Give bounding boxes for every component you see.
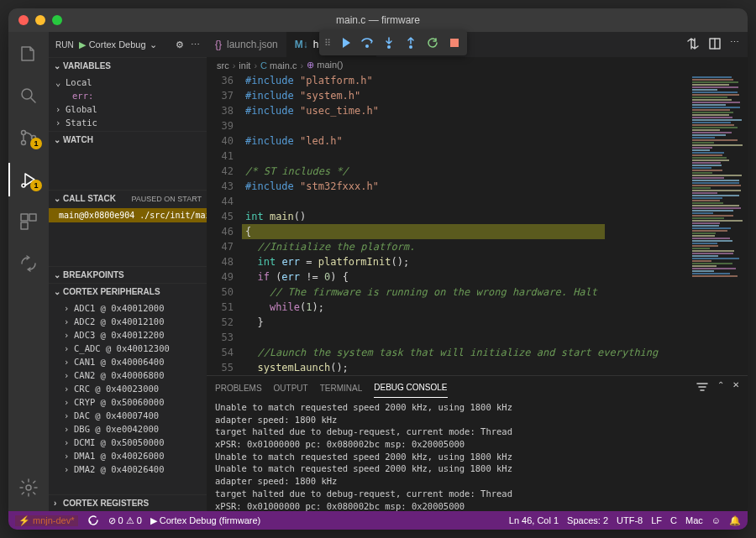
status-sync[interactable] [87,514,100,527]
peripheral-item[interactable]: ›DAC @ 0x40007400 [49,409,207,422]
code-line[interactable]: int main() [242,209,689,224]
debug-toolbar[interactable]: ⠿ [319,32,467,55]
stop-button[interactable] [444,33,465,53]
window-minimize-button[interactable] [35,15,45,25]
peripheral-item[interactable]: ›DMA1 @ 0x40026000 [49,449,207,462]
code-line[interactable] [242,194,689,209]
peripheral-item[interactable]: ›CRC @ 0x40023000 [49,382,207,395]
breadcrumb-segment[interactable]: C main.c [260,60,297,71]
panel-tab[interactable]: Problems [215,379,262,398]
panel-collapse-icon[interactable]: ⌃ [717,380,724,395]
variable-scope[interactable]: ›Global [49,102,207,116]
grip-icon[interactable]: ⠿ [322,33,333,53]
code-line[interactable]: } [242,315,689,330]
more-icon[interactable]: ⋯ [191,39,200,50]
status-bell-icon[interactable]: 🔔 [729,515,741,526]
activity-remote[interactable] [8,247,49,280]
code-line[interactable]: #include "platform.h" [242,73,689,88]
more-icon[interactable]: ⋯ [730,37,739,52]
peripheral-item[interactable]: ›ADC3 @ 0x40012200 [49,328,207,342]
code-line[interactable]: if (err != 0) { [242,269,689,285]
section-watch[interactable]: ⌄Watch [49,132,207,148]
window-maximize-button[interactable] [52,15,62,25]
window-close-button[interactable] [18,15,29,25]
breadcrumb[interactable]: src›init›C main.c›⊕ main() [207,57,748,73]
status-spaces[interactable]: Spaces: 2 [567,515,608,525]
compare-icon[interactable] [686,37,700,52]
peripheral-item[interactable]: ›DCMI @ 0x50050000 [49,436,207,449]
breadcrumb-segment[interactable]: ⊕ main() [307,60,343,71]
peripheral-item[interactable]: ›ADC1 @ 0x40012000 [49,301,207,315]
section-breakpoints[interactable]: ⌄Breakpoints [49,267,207,283]
code-line[interactable]: #include "led.h" [242,133,689,149]
step-out-button[interactable] [401,33,421,53]
variable-scope[interactable]: ›Static [49,116,207,129]
code-line[interactable]: systemLaunch(); [242,360,689,375]
code-line[interactable]: while(1); [242,300,689,315]
step-over-button[interactable] [357,33,377,53]
breadcrumb-segment[interactable]: src [217,60,229,71]
code-line[interactable]: //Initialize the platform. [242,239,689,254]
restart-button[interactable] [423,33,443,53]
panel: ProblemsOutputTerminalDebug Console ⌃ ✕ … [207,375,748,511]
activity-search[interactable] [8,79,49,112]
panel-tab[interactable]: Output [274,379,308,398]
code-line[interactable]: /* ST includes */ [242,164,689,179]
status-os[interactable]: Mac [685,515,703,525]
peripheral-item[interactable]: ›DMA2 @ 0x40026400 [49,462,207,476]
title-bar[interactable]: main.c — firmware [8,8,748,32]
minimap[interactable] [689,73,748,375]
activity-extensions[interactable] [8,205,49,238]
peripheral-item[interactable]: ›DBG @ 0xe0042000 [49,422,207,436]
peripheral-item[interactable]: ›C_ADC @ 0x40012300 [49,342,207,355]
code-line[interactable]: #include "usec_time.h" [242,103,689,118]
activity-scm[interactable]: 1 [8,121,49,154]
panel-tab[interactable]: Terminal [320,379,363,398]
console-line: Unable to match requested speed 2000 kHz… [215,462,739,475]
activity-settings[interactable] [8,471,49,504]
panel-tab[interactable]: Debug Console [374,378,447,398]
status-debug-target[interactable]: ▶ Cortex Debug (firmware) [150,515,260,526]
status-remote[interactable]: ⚡ mnjn-dev* [15,515,78,526]
gear-icon[interactable]: ⚙ [176,39,184,50]
variable-item[interactable]: err: [49,89,207,102]
code-editor[interactable]: 3637383940414243444546474849505152535455… [207,73,748,375]
code-line[interactable] [242,118,689,133]
section-cortex-peripherals[interactable]: ⌄Cortex Peripherals [49,284,207,300]
svg-point-11 [409,45,412,49]
callstack-frame[interactable]: main@0x0800e904./src/init/main.c [49,208,207,222]
continue-button[interactable] [335,33,355,53]
peripheral-item[interactable]: ›CAN1 @ 0x40006400 [49,355,207,368]
section-variables[interactable]: ⌄Variables [49,58,207,74]
section-callstack[interactable]: ⌄Call Stack Paused on start [49,191,207,206]
status-feedback-icon[interactable]: ☺ [711,515,721,525]
activity-debug[interactable]: 1 [8,163,49,196]
variable-scope[interactable]: ⌄Local [49,76,207,89]
status-encoding[interactable]: UTF-8 [617,515,643,525]
panel-close-icon[interactable]: ✕ [732,380,739,395]
code-line[interactable] [242,149,689,164]
peripheral-item[interactable]: ›CRYP @ 0x50060000 [49,395,207,409]
section-cortex-registers[interactable]: ›Cortex Registers [49,495,207,511]
code-line[interactable]: int err = platformInit(); [242,254,689,269]
code-line[interactable]: #include "system.h" [242,88,689,103]
status-errors[interactable]: ⊘ 0 ⚠ 0 [108,515,142,526]
split-editor-icon[interactable] [708,37,722,52]
callstack-status: Paused on start [131,195,202,203]
breadcrumb-segment[interactable]: init [239,60,250,71]
editor-tab[interactable]: {}launch.json [207,32,286,57]
activity-bar: 1 1 [8,32,49,511]
code-line[interactable]: #include "stm32fxxx.h" [242,179,689,194]
debug-config-selector[interactable]: ▶ Cortex Debug ⌄ [79,39,157,50]
activity-explorer[interactable] [8,37,49,71]
status-eol[interactable]: LF [651,515,662,525]
step-into-button[interactable] [379,33,399,53]
code-line[interactable]: //Launch the system task that will initi… [242,345,689,360]
peripheral-item[interactable]: ›CAN2 @ 0x40006800 [49,368,207,382]
status-position[interactable]: Ln 46, Col 1 [509,515,559,525]
code-line[interactable] [242,330,689,345]
status-lang[interactable]: C [670,515,677,525]
code-line[interactable]: // The firmware is running on the wrong … [242,285,689,300]
panel-filter-icon[interactable] [696,380,709,395]
peripheral-item[interactable]: ›ADC2 @ 0x40012100 [49,315,207,328]
